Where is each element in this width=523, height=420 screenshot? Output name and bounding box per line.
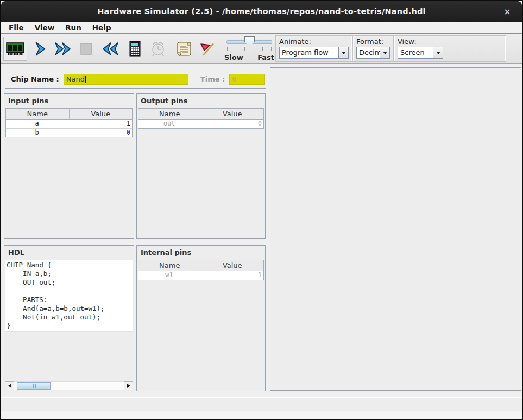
alarm-clock-icon bbox=[149, 40, 167, 58]
close-icon[interactable]: × bbox=[501, 6, 513, 18]
chevron-down-icon[interactable] bbox=[433, 47, 443, 58]
step-forward-icon bbox=[33, 41, 49, 57]
window-title: Hardware Simulator (2.5) - /home/thomas/… bbox=[97, 7, 426, 16]
animate-value: Program flow bbox=[280, 47, 338, 58]
table-row[interactable]: b 0 bbox=[6, 128, 132, 137]
animate-group: Animate: Program flow bbox=[275, 35, 352, 62]
bottom-strip bbox=[1, 411, 522, 419]
animate-label: Animate: bbox=[279, 37, 349, 46]
hdl-panel: HDL CHIP Nand { IN a,b; OUT out; PARTS: … bbox=[4, 245, 134, 391]
main-area: Chip Name : Nand Time : 0 Input pins Nam… bbox=[1, 64, 522, 419]
scroll-icon bbox=[176, 40, 192, 58]
stop-icon bbox=[79, 42, 93, 56]
title-bar: Hardware Simulator (2.5) - /home/thomas/… bbox=[1, 1, 522, 22]
animate-select[interactable]: Program flow bbox=[279, 47, 349, 59]
menu-bar: File View Run Help bbox=[1, 22, 522, 34]
internal-pins-title: Internal pins bbox=[137, 246, 265, 260]
format-select[interactable]: Decimal bbox=[356, 47, 390, 59]
internal-pins-panel: Internal pins Name Value w1 1 bbox=[136, 245, 266, 391]
menu-view[interactable]: View bbox=[29, 22, 60, 33]
output-pins-title: Output pins bbox=[137, 94, 265, 108]
speed-slider-thumb[interactable] bbox=[244, 36, 255, 46]
single-step-button[interactable] bbox=[29, 37, 53, 61]
clock-button[interactable] bbox=[146, 37, 170, 61]
chip-name-bar: Chip Name : Nand Time : 0 bbox=[5, 70, 266, 89]
view-script-button[interactable] bbox=[172, 37, 196, 61]
chevron-down-icon[interactable] bbox=[380, 47, 389, 58]
toolbar: Slow Fast Animate: Program flow Format: … bbox=[1, 34, 522, 64]
table-header: Name Value bbox=[138, 260, 263, 271]
view-select[interactable]: Screen bbox=[398, 47, 443, 59]
rewind-icon bbox=[100, 41, 119, 57]
triangle-left-icon bbox=[8, 384, 11, 388]
view-label: View: bbox=[398, 37, 502, 46]
format-label: Format: bbox=[356, 37, 390, 46]
menu-run[interactable]: Run bbox=[60, 22, 87, 33]
eval-button[interactable] bbox=[123, 37, 147, 61]
scroll-left-button[interactable] bbox=[5, 381, 14, 390]
fast-forward-icon bbox=[54, 41, 73, 57]
table-header: Name Value bbox=[138, 109, 263, 120]
view-value: Screen bbox=[398, 47, 433, 58]
table-row[interactable]: a 1 bbox=[6, 120, 132, 128]
flag-icon bbox=[199, 40, 216, 58]
run-button[interactable] bbox=[52, 37, 75, 61]
time-input[interactable]: 0 bbox=[229, 74, 265, 85]
stop-button[interactable] bbox=[74, 37, 98, 61]
calculator-icon bbox=[128, 40, 143, 58]
hardware-simulator-window: Hardware Simulator (2.5) - /home/thomas/… bbox=[0, 0, 523, 420]
time-label: Time : bbox=[200, 75, 225, 83]
output-pins-table: Name Value out 0 bbox=[138, 108, 264, 129]
view-group: View: Screen bbox=[394, 35, 506, 62]
reset-button[interactable] bbox=[98, 37, 122, 61]
input-pins-table: Name Value a 1 b 0 bbox=[5, 108, 133, 137]
scrollbar-thumb[interactable] bbox=[17, 382, 51, 390]
triangle-right-icon bbox=[127, 384, 130, 388]
status-bar bbox=[1, 398, 522, 411]
hdl-horizontal-scrollbar[interactable] bbox=[5, 381, 133, 390]
menu-help[interactable]: Help bbox=[87, 22, 117, 33]
table-row[interactable]: w1 1 bbox=[138, 271, 263, 280]
output-pins-panel: Output pins Name Value out 0 bbox=[136, 93, 266, 239]
menu-file[interactable]: File bbox=[3, 22, 29, 33]
speed-slider-group: Slow Fast bbox=[223, 35, 276, 62]
input-pins-panel: Input pins Name Value a 1 b 0 bbox=[4, 93, 134, 239]
table-header: Name Value bbox=[6, 109, 132, 120]
status-divider bbox=[1, 397, 522, 398]
memory-chip-icon bbox=[5, 40, 25, 58]
chip-name-label: Chip Name : bbox=[11, 75, 59, 83]
load-chip-button[interactable] bbox=[3, 37, 27, 61]
scroll-right-button[interactable] bbox=[124, 381, 133, 390]
speed-slow-label: Slow bbox=[224, 53, 243, 61]
format-value: Decimal bbox=[357, 47, 380, 58]
chip-name-input[interactable]: Nand bbox=[64, 74, 188, 85]
hdl-code-view[interactable]: CHIP Nand { IN a,b; OUT out; PARTS: And(… bbox=[5, 260, 133, 332]
input-pins-title: Input pins bbox=[4, 94, 134, 108]
table-row[interactable]: out 0 bbox=[138, 120, 263, 128]
scrollbar-track[interactable] bbox=[14, 381, 124, 390]
format-group: Format: Decimal bbox=[352, 35, 394, 62]
speed-slider-ticks bbox=[227, 47, 272, 51]
hdl-title: HDL bbox=[4, 246, 134, 260]
breakpoints-button[interactable] bbox=[196, 37, 219, 61]
speed-fast-label: Fast bbox=[257, 53, 274, 61]
chip-display-panel bbox=[270, 67, 521, 391]
chevron-down-icon[interactable] bbox=[338, 47, 348, 58]
internal-pins-table: Name Value w1 1 bbox=[138, 260, 264, 280]
text-caret bbox=[85, 76, 86, 83]
